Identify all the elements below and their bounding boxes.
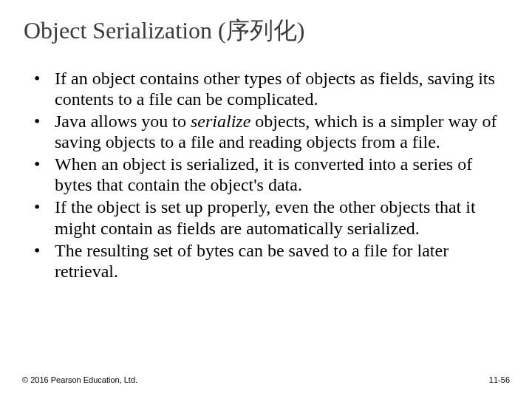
list-item: The resulting set of bytes can be saved … xyxy=(55,240,502,282)
list-item: If the object is set up properly, even t… xyxy=(55,197,502,238)
list-item: Java allows you to serialize objects, wh… xyxy=(55,111,502,152)
slide-footer: © 2016 Pearson Education, Ltd. 11-56 xyxy=(22,375,510,384)
bullet-text: The resulting set of bytes can be saved … xyxy=(55,241,449,281)
slide: Object Serialization (序列化) If an object … xyxy=(0,0,532,399)
bullet-text-part: Java allows you to xyxy=(55,112,191,131)
bullet-list: If an object contains other types of obj… xyxy=(22,68,510,282)
page-number: 11-56 xyxy=(489,375,510,384)
list-item: If an object contains other types of obj… xyxy=(55,68,502,109)
bullet-text: If an object contains other types of obj… xyxy=(55,69,495,109)
bullet-text-italic: serialize xyxy=(191,112,250,131)
list-item: When an object is serialized, it is conv… xyxy=(55,154,502,195)
bullet-text: If the object is set up properly, even t… xyxy=(55,197,476,237)
copyright-text: © 2016 Pearson Education, Ltd. xyxy=(22,375,137,384)
bullet-text: When an object is serialized, it is conv… xyxy=(55,154,472,194)
slide-title: Object Serialization (序列化) xyxy=(24,15,510,47)
